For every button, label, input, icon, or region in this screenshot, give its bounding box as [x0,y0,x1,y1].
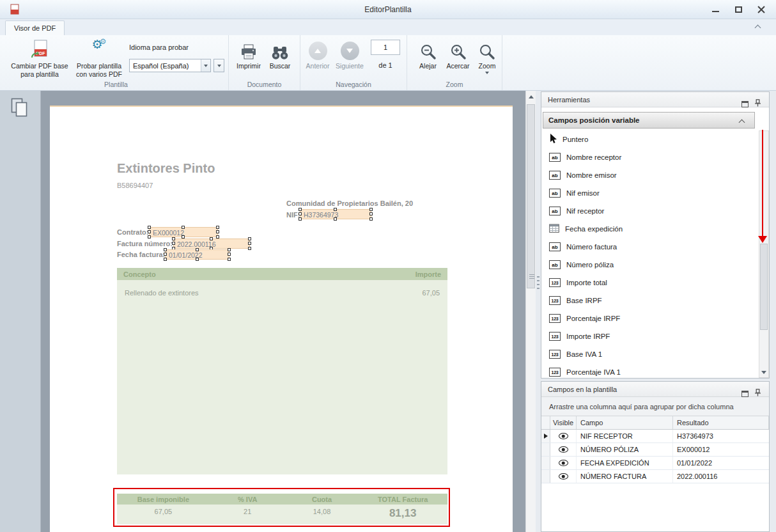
print-button[interactable]: Imprimir [235,37,263,70]
tab-visor-de-pdf[interactable]: Visor de PDF [5,20,65,35]
row-indicator [541,443,550,456]
scroll-up-button[interactable] [526,91,536,102]
chevron-down-icon [201,59,210,72]
panel-pin-icon[interactable] [754,97,761,112]
visible-eye-icon[interactable] [559,446,568,453]
text-field-icon: ab [549,242,561,251]
tool-nif-emisor[interactable]: ab Nif emisor [543,184,756,202]
pdf-document-icon: PDF [30,37,49,60]
visible-column-header[interactable]: Visible [550,416,577,429]
scrollbar-thumb[interactable] [527,104,535,288]
zoom-in-button[interactable]: Acercar [444,37,472,70]
close-button[interactable] [753,3,770,15]
visible-eye-icon[interactable] [559,473,568,480]
field-row-numero-factura[interactable]: NÚMERO FACTURA 2022.000116 [541,470,769,483]
document-scrollbar[interactable] [525,91,536,532]
tool-porcentaje-irpf[interactable]: 123 Porcentaje IRPF [543,309,756,327]
invoice-line-item: Rellenado de extintores 67,05 [125,289,440,297]
group-by-panel[interactable]: Arrastre una columna aquí para agrupar p… [541,397,769,416]
text-field-icon: ab [549,207,561,215]
panel-maximize-icon[interactable] [741,101,749,107]
ribbon-group-navegacion: Anterior Siguiente de 1 Navegación [300,35,407,90]
panel-maximize-icon[interactable] [741,391,749,397]
chevron-up-icon [739,120,745,126]
zoom-button[interactable]: Zoom [474,37,501,74]
pages-icon[interactable] [10,97,28,119]
tool-importe-irpf[interactable]: 123 Importe IRPF [543,327,756,345]
maximize-button[interactable] [730,3,747,15]
window-title: EditorPlantilla [0,5,776,14]
tool-numero-factura[interactable]: ab Número factura [543,238,756,256]
tool-porcentaje-iva-1[interactable]: 123 Porcentaje IVA 1 [543,363,756,379]
field-row-nif-receptor[interactable]: NIF RECEPTOR H37364973 [541,430,769,443]
group-label-navegacion: Navegación [300,81,407,88]
change-pdf-button[interactable]: PDF Cambiar PDF base para plantilla [9,37,70,79]
tool-puntero[interactable]: Puntero [543,130,756,148]
items-table-body: Rellenado de extintores 67,05 [117,280,447,474]
editor-plantilla-window: EditorPlantilla Visor de PDF PDF [0,0,776,532]
number-field-icon: 123 [549,368,561,377]
tools-scrollbar[interactable] [759,130,769,378]
indicator-column-header [541,416,550,429]
invoice-date-label: Fecha factura: [117,251,165,258]
annotation-red-arrow [762,130,763,236]
line-item-concept: Rellenado de extintores [125,289,199,297]
invoice-company-name: Extintores Pinto [117,161,215,176]
campo-column-header[interactable]: Campo [577,416,673,429]
language-select[interactable]: Español (España) [129,59,211,72]
field-row-fecha-expedicion[interactable]: FECHA EXPEDICIÓN 01/01/2022 [541,457,769,470]
field-row-numero-poliza[interactable]: NÚMERO PÓLIZA EX000012 [541,443,769,457]
language-label: Idioma para probar [129,43,189,51]
tool-nombre-receptor[interactable]: ab Nombre receptor [543,148,756,166]
field-nif-receptor[interactable]: H37364973 [300,209,371,219]
field-numero-poliza[interactable]: EX000012 [149,227,218,237]
tools-panel-title: Herramientas [548,96,590,104]
next-page-button[interactable]: Siguiente [334,37,366,70]
zoom-out-button[interactable]: Alejar [414,37,442,70]
search-button[interactable]: Buscar [265,37,295,70]
tool-base-irpf[interactable]: 123 Base IRPF [543,292,756,309]
scroll-down-button[interactable] [759,367,768,377]
magnifier-minus-icon [420,37,437,60]
tool-nombre-emisor[interactable]: ab Nombre emisor [543,166,756,184]
panel-splitter[interactable] [537,276,539,292]
contract-label: Contrato: [117,228,149,236]
ribbon-group-plantilla: PDF Cambiar PDF base para plantilla ⚙⚙ P… [4,35,229,90]
scrollbar-thumb[interactable] [760,244,768,330]
test-template-button[interactable]: ⚙⚙ Probar plantilla con varios PDF [72,37,127,79]
row-indicator [541,457,550,469]
arrow-down-icon [761,371,766,374]
field-numero-factura[interactable]: 2022.000116 [173,239,250,249]
thumbnails-sidebar [0,91,41,532]
language-dropdown-button[interactable] [213,59,224,72]
text-field-icon: ab [549,171,561,180]
tools-panel: Herramientas Campos posición variable Pu… [541,91,770,379]
tool-numero-poliza[interactable]: ab Número póliza [543,256,756,274]
tool-list: Puntero ab Nombre receptor ab Nombre emi… [543,130,756,379]
number-field-icon: 123 [549,296,561,305]
minimize-button[interactable] [707,3,724,15]
arrow-down-circle-icon [341,37,359,60]
resultado-column-header[interactable]: Resultado [673,416,769,429]
visible-eye-icon[interactable] [559,460,568,466]
current-row-arrow-icon [544,434,548,439]
visible-eye-icon[interactable] [559,433,568,439]
previous-page-button[interactable]: Anterior [303,37,332,70]
annotation-red-rectangle [113,488,450,527]
page-number-input[interactable] [371,40,400,55]
titlebar: EditorPlantilla [0,0,776,19]
magnifier-icon [479,37,495,60]
field-fecha-expedicion[interactable]: 01/01/2022 [165,249,229,260]
tool-fecha-expedicion[interactable]: Fecha expedición [543,220,756,238]
tool-base-iva-1[interactable]: 123 Base IVA 1 [543,345,756,363]
tool-importe-total[interactable]: 123 Importe total [543,274,756,292]
tool-group-header[interactable]: Campos posición variable [543,112,755,129]
gears-icon: ⚙⚙ [92,37,107,60]
number-field-icon: 123 [549,350,561,359]
invoice-company-nif: B58694407 [117,182,153,189]
group-label-plantilla: Plantilla [4,81,228,88]
ribbon-collapse-button[interactable] [752,24,763,33]
tool-nif-receptor[interactable]: ab Nif receptor [543,202,756,220]
invoice-number-label: Factura número: [117,240,173,247]
text-field-icon: ab [549,189,561,198]
